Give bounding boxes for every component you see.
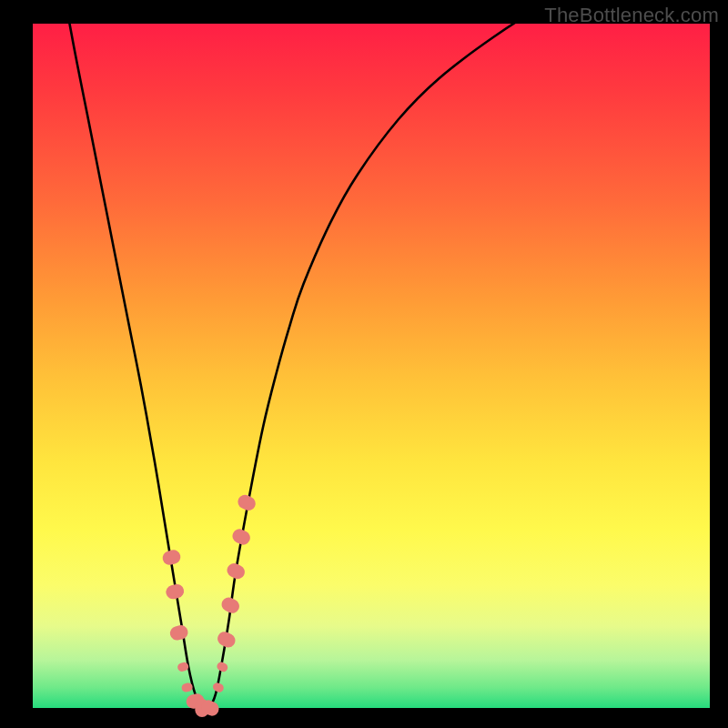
- curve-marker: [225, 561, 248, 581]
- curve-marker: [216, 630, 238, 650]
- chart-frame: TheBottleneck.com: [0, 0, 728, 728]
- curve-marker: [211, 682, 225, 694]
- plot-area: [33, 24, 710, 708]
- curve-marker: [216, 661, 229, 673]
- curve-layer: [33, 24, 710, 708]
- curve-marker: [165, 582, 186, 601]
- bottleneck-curve: [33, 0, 710, 710]
- watermark-text: TheBottleneck.com: [544, 4, 719, 27]
- curve-marker: [161, 549, 182, 567]
- curve-marker: [236, 492, 258, 512]
- curve-marker: [219, 595, 242, 615]
- curve-marker: [168, 623, 189, 642]
- curve-marker: [230, 527, 253, 547]
